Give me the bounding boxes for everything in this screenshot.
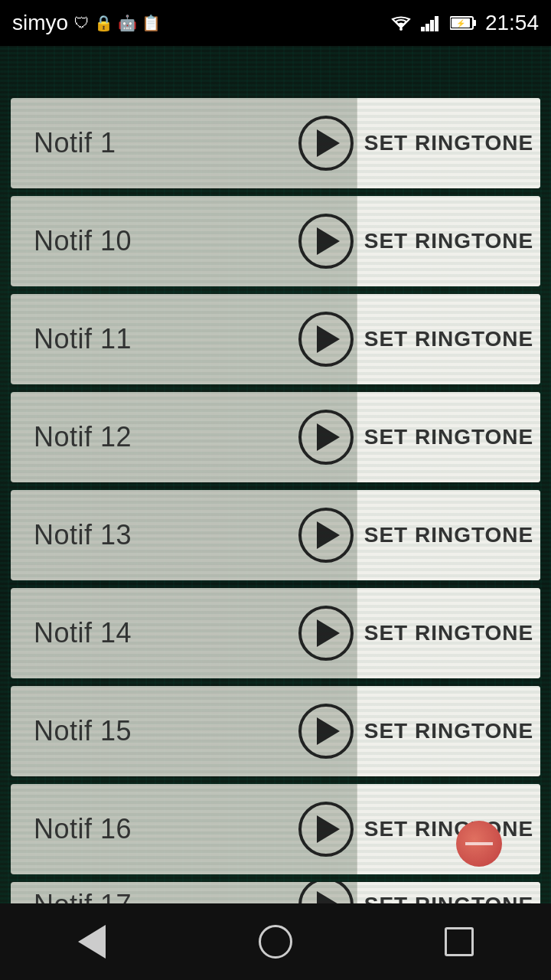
play-button[interactable] (295, 701, 357, 762)
wifi-icon (389, 14, 413, 32)
play-triangle-icon (317, 717, 340, 745)
item-name: Notif 11 (11, 323, 295, 355)
svg-text:⚡: ⚡ (456, 18, 466, 28)
ringtone-item: Notif 13 SET RINGTONE (11, 490, 540, 580)
play-button[interactable] (295, 603, 357, 664)
item-name: Notif 13 (11, 519, 295, 551)
svg-rect-1 (421, 27, 425, 31)
play-triangle-icon (317, 227, 340, 255)
play-triangle-icon (317, 325, 340, 353)
carrier-text: simyo (12, 11, 68, 35)
recents-button[interactable] (429, 919, 490, 965)
item-name: Notif 14 (11, 617, 295, 649)
play-triangle-icon (317, 129, 340, 157)
set-ringtone-button[interactable]: SET RINGTONE (357, 98, 540, 188)
play-triangle-icon (317, 521, 340, 549)
set-ringtone-label: SET RINGTONE (364, 425, 534, 449)
signal-icon (421, 15, 442, 31)
play-circle-icon (298, 704, 354, 759)
ringtone-item: Notif 11 SET RINGTONE (11, 294, 540, 384)
main-content: Notif 1 SET RINGTONE Notif 10 SET RINGTO… (0, 92, 551, 980)
status-bar: simyo 🛡 🔒 🤖 📋 ⚡ 2 (0, 0, 551, 46)
ringtone-item: Notif 10 SET RINGTONE (11, 196, 540, 286)
home-icon (259, 925, 292, 959)
set-ringtone-label: SET RINGTONE (364, 817, 534, 841)
menu-icon (465, 842, 493, 845)
set-ringtone-button[interactable]: SET RINGTONE (357, 294, 540, 384)
vpn-icon-2: 🔒 (94, 14, 113, 32)
set-ringtone-label: SET RINGTONE (364, 229, 534, 253)
play-circle-icon (298, 802, 354, 857)
svg-point-0 (399, 28, 403, 31)
svg-rect-3 (430, 20, 434, 31)
home-button[interactable] (245, 919, 306, 965)
nav-bar (0, 903, 551, 980)
status-icons: 🛡 🔒 🤖 📋 (74, 14, 161, 32)
ringtone-item: Notif 14 SET RINGTONE (11, 588, 540, 678)
play-button[interactable] (295, 505, 357, 566)
notification-icon: 📋 (142, 14, 161, 32)
play-circle-icon (298, 508, 354, 563)
status-left: simyo 🛡 🔒 🤖 📋 (12, 11, 161, 35)
set-ringtone-button[interactable]: SET RINGTONE (357, 686, 540, 776)
play-triangle-icon (317, 619, 340, 647)
play-button[interactable] (295, 799, 357, 860)
play-circle-icon (298, 410, 354, 465)
item-name: Notif 12 (11, 421, 295, 453)
ringtone-item: Notif 12 SET RINGTONE (11, 392, 540, 482)
set-ringtone-label: SET RINGTONE (364, 523, 534, 547)
time-display: 21:54 (485, 11, 539, 35)
play-button[interactable] (295, 211, 357, 272)
set-ringtone-label: SET RINGTONE (364, 327, 534, 351)
play-button[interactable] (295, 113, 357, 174)
battery-icon: ⚡ (450, 15, 478, 31)
play-circle-icon (298, 606, 354, 661)
ringtone-item: Notif 1 SET RINGTONE (11, 98, 540, 188)
set-ringtone-button[interactable]: SET RINGTONE (357, 490, 540, 580)
svg-rect-6 (473, 20, 476, 26)
svg-rect-4 (435, 16, 439, 31)
set-ringtone-button[interactable]: SET RINGTONE (357, 588, 540, 678)
ringtone-item: Notif 15 SET RINGTONE (11, 686, 540, 776)
set-ringtone-label: SET RINGTONE (364, 131, 534, 155)
set-ringtone-button[interactable]: SET RINGTONE (357, 392, 540, 482)
play-circle-icon (298, 214, 354, 269)
recents-icon (445, 927, 474, 956)
play-button[interactable] (295, 407, 357, 468)
play-triangle-icon (317, 815, 340, 843)
back-icon (78, 925, 106, 959)
android-icon: 🤖 (118, 14, 137, 32)
ringtone-item: Notif 16 SET RINGTONE (11, 784, 540, 874)
set-ringtone-button[interactable]: SET RINGTONE (357, 196, 540, 286)
set-ringtone-label: SET RINGTONE (364, 621, 534, 645)
play-circle-icon (298, 116, 354, 171)
svg-rect-2 (425, 24, 429, 31)
ringtone-list: Notif 1 SET RINGTONE Notif 10 SET RINGTO… (0, 92, 551, 942)
play-triangle-icon (317, 423, 340, 451)
vpn-icon-1: 🛡 (74, 15, 90, 32)
back-button[interactable] (61, 919, 122, 965)
floating-action-button[interactable] (456, 821, 502, 867)
set-ringtone-label: SET RINGTONE (364, 719, 534, 743)
item-name: Notif 15 (11, 715, 295, 747)
set-ringtone-button[interactable]: SET RINGTONE (357, 784, 540, 874)
play-circle-icon (298, 312, 354, 367)
status-right: ⚡ 21:54 (389, 11, 539, 35)
item-name: Notif 10 (11, 225, 295, 257)
play-button[interactable] (295, 309, 357, 370)
item-name: Notif 1 (11, 127, 295, 159)
item-name: Notif 16 (11, 813, 295, 845)
